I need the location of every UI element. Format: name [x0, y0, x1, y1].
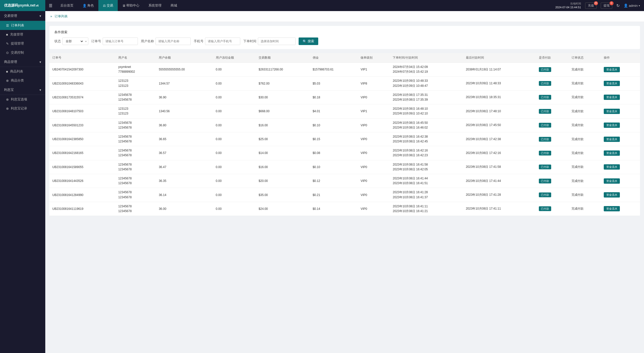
cell-balance: 5555555555555.00: [156, 63, 213, 76]
action-button[interactable]: 资金流水: [604, 109, 620, 114]
cell-action[interactable]: 资金流水: [601, 90, 640, 104]
cell-balance: 36.47: [156, 160, 213, 174]
cell-action[interactable]: 资金流水: [601, 76, 640, 90]
cell-action[interactable]: 资金流水: [601, 118, 640, 132]
cell-commission: $4.01: [310, 104, 358, 118]
action-button[interactable]: 资金流水: [604, 95, 620, 100]
cell-order-no: UB2310081645501233: [49, 118, 115, 132]
sidebar-group-title-transaction[interactable]: 交易管理 ▾: [0, 11, 45, 21]
cell-status: 完成付款: [569, 104, 601, 118]
product-list-icon: ■: [6, 70, 8, 73]
cell-username: 12345678 12345678: [115, 146, 156, 160]
action-button[interactable]: 资金流水: [604, 123, 620, 128]
nav-item-system[interactable]: 系统管理: [144, 0, 166, 11]
cell-frozen: 0.00: [213, 63, 256, 76]
cell-action[interactable]: 资金流水: [601, 160, 640, 174]
order-no-label: 订单号: [91, 39, 101, 44]
cell-order-no: UB2310081641589055: [49, 160, 115, 174]
cell-commission: $157986703.61: [310, 63, 358, 76]
cell-amount: $762.00: [256, 76, 310, 90]
status-select-wrap[interactable]: 全部 已付款 未付款 完成付款 ▾: [62, 37, 88, 45]
cell-order-no: UB2310081642168165: [49, 146, 115, 160]
sidebar-item-withdraw[interactable]: ✎ 提现管理: [0, 39, 45, 48]
action-button[interactable]: 资金流水: [604, 81, 620, 86]
orders-table: 订单号 用户名 用户余额 用户冻结金额 交易数额 佣金 做单级别 下单时间/付款…: [49, 53, 640, 216]
action-button[interactable]: 资金流水: [604, 137, 620, 142]
nav-item-home[interactable]: 后台首页: [56, 0, 78, 11]
sidebar-item-order-list[interactable]: ☰ 订单列表: [0, 21, 45, 30]
cell-frozen: 0.00: [213, 174, 256, 188]
action-button[interactable]: 资金流水: [604, 178, 620, 184]
time-input[interactable]: [258, 37, 296, 45]
sidebar-item-recharge[interactable]: ■ 充值管理: [0, 30, 45, 39]
table-row: UB2310081642385850 12345678 12345678 36.…: [49, 132, 640, 146]
cell-action[interactable]: 资金流水: [601, 188, 640, 202]
cell-amount: $14.00: [256, 146, 310, 160]
withdraw-button[interactable]: 提现 0: [601, 3, 612, 9]
cell-username: yxymknet 7788899002: [115, 63, 156, 76]
username-input[interactable]: [155, 37, 191, 45]
cell-action[interactable]: 资金流水: [601, 202, 640, 216]
nav-item-help[interactable]: 🖥帮助中心: [118, 0, 144, 11]
action-button[interactable]: 资金流水: [604, 206, 620, 211]
search-button[interactable]: 🔍 搜索: [299, 37, 318, 45]
sidebar-item-trade-control[interactable]: ⊙ 交易控制: [0, 48, 45, 57]
phone-input[interactable]: [205, 37, 240, 45]
menu-toggle-icon[interactable]: ☰: [45, 3, 56, 8]
refresh-icon[interactable]: ↻: [616, 3, 620, 8]
status-select[interactable]: 全部 已付款 未付款 完成付款: [63, 38, 84, 45]
cell-is-paid: 已付款: [536, 146, 569, 160]
sidebar-group-title-interest[interactable]: 利息宝 ▾: [0, 85, 45, 95]
cell-level: VIP0: [357, 146, 390, 160]
search-title: 条件搜索: [54, 30, 635, 34]
cell-action[interactable]: 资金流水: [601, 104, 640, 118]
cell-amount: $25.00: [256, 132, 310, 146]
sidebar-item-interest-records[interactable]: ⊗ 利息宝记录: [0, 104, 45, 113]
sidebar-item-product-list[interactable]: ■ 商品列表: [0, 67, 45, 76]
sidebar-item-interest-options[interactable]: ⊗ 利息宝选项: [0, 95, 45, 104]
cell-last-pay-time: 2038年01月19日 11:14:07: [463, 63, 536, 76]
cell-order-no: UB2310081648107503: [49, 104, 115, 118]
cell-is-paid: 已付款: [536, 174, 569, 188]
order-no-input[interactable]: [103, 37, 138, 45]
cell-balance: 36.00: [156, 202, 213, 216]
recharge-button[interactable]: 充值 25: [585, 3, 597, 9]
cell-action[interactable]: 资金流水: [601, 174, 640, 188]
nav-item-roles[interactable]: 👤角色: [78, 0, 98, 11]
action-button[interactable]: 资金流水: [604, 150, 620, 156]
search-icon: 🔍: [303, 40, 307, 43]
sidebar-item-label-interest-options: 利息宝选项: [11, 97, 27, 102]
cell-commission: $0.12: [310, 174, 358, 188]
sidebar-group-products: 商品管理 ▾ ■ 商品列表 ⊗ 商品分类: [0, 57, 45, 85]
cell-status: 完成付款: [569, 188, 601, 202]
nav-item-transaction[interactable]: ⚖交易: [98, 0, 118, 11]
sidebar-group-title-products[interactable]: 商品管理 ▾: [0, 57, 45, 67]
content-area: 条件搜索 状态 全部 已付款 未付款 完成付款 ▾: [45, 22, 644, 220]
cell-level: VIP0: [357, 132, 390, 146]
col-order-no: 订单号: [49, 53, 115, 63]
cell-status: 完成付款: [569, 76, 601, 90]
cell-frozen: 0.00: [213, 90, 256, 104]
cell-frozen: 0.00: [213, 76, 256, 90]
admin-arrow-icon: ▾: [639, 4, 640, 7]
cell-order-time: 2023年10月09日 10:48:33 2023年10月09日 10:48:4…: [390, 76, 463, 90]
cell-last-pay-time: 2023年10月08日 17:42:16: [463, 146, 536, 160]
cell-action[interactable]: 资金流水: [601, 132, 640, 146]
recharge-badge: 25: [594, 1, 598, 5]
sidebar-item-product-category[interactable]: ⊗ 商品分类: [0, 76, 45, 85]
action-button[interactable]: 资金流水: [604, 67, 620, 72]
cell-balance: 36.65: [156, 132, 213, 146]
admin-menu[interactable]: 👤 admin ▾: [624, 4, 640, 8]
cell-action[interactable]: 资金流水: [601, 146, 640, 160]
brand-version: v6: [36, 4, 38, 7]
cell-action[interactable]: 资金流水: [601, 63, 640, 76]
nav-item-shop[interactable]: 商城: [166, 0, 182, 11]
phone-label: 手机号: [194, 39, 204, 44]
cell-order-no: UB2310081642385850: [49, 132, 115, 146]
cell-is-paid: 已付款: [536, 104, 569, 118]
action-button[interactable]: 资金流水: [604, 192, 620, 198]
top-right-section: 当地时间 2024-07-04 15:44:51 充值 25 提现 0 ↻ 👤 …: [555, 2, 644, 10]
action-button[interactable]: 资金流水: [604, 164, 620, 170]
interest-records-icon: ⊗: [6, 107, 9, 110]
orders-table-container: 订单号 用户名 用户余额 用户冻结金额 交易数额 佣金 做单级别 下单时间/付款…: [49, 53, 640, 216]
